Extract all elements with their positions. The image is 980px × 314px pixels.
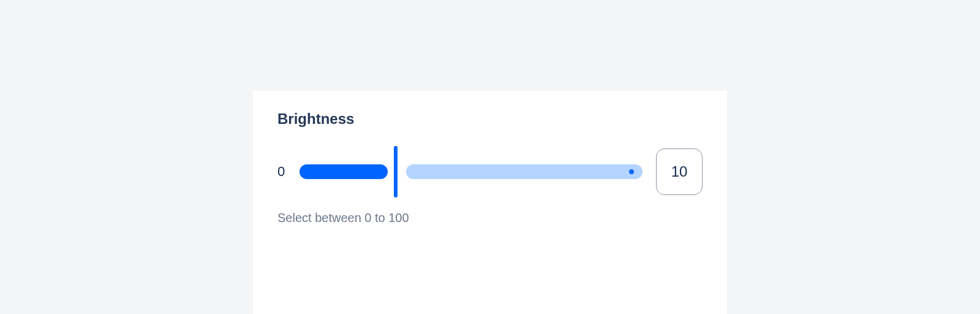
slider-thumb[interactable] <box>394 146 398 197</box>
slider-max-dot <box>629 169 634 174</box>
slider-row: 0 10 <box>277 146 703 197</box>
slider-track-background <box>406 164 643 179</box>
slider-track-fill <box>300 164 388 179</box>
slider-help-text: Select between 0 to 100 <box>277 211 703 225</box>
slider-card: Brightness 0 10 Select between 0 to 100 <box>253 91 727 314</box>
brightness-slider[interactable] <box>300 146 643 197</box>
slider-min-label: 0 <box>277 164 286 180</box>
slider-label: Brightness <box>277 110 703 128</box>
slider-track <box>300 164 643 179</box>
slider-value-input[interactable]: 10 <box>656 148 703 195</box>
